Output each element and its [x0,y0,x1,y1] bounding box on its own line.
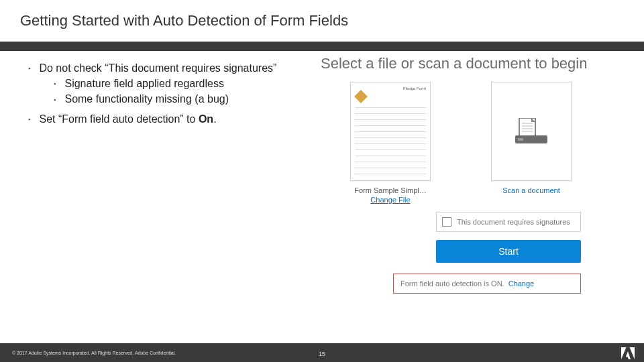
auto-detect-text: Form field auto detection is ON. [400,280,504,288]
doc-title: Pledge Form [355,86,426,90]
title-band: Getting Started with Auto Detection of F… [0,0,644,42]
bullet-2-suffix: . [213,113,216,125]
auto-detect-row: Form field auto detection is ON. Change [393,274,581,294]
svg-rect-6 [518,138,523,141]
slide-title: Getting Started with Auto Detection of F… [20,12,348,29]
separator-strip [0,42,644,51]
bullet-2-bold: On [199,113,213,125]
bullet-marker-icon: ▪ [28,64,36,73]
panel-heading: Select a file or scan a document to begi… [321,55,629,72]
scan-thumbnail [491,82,572,181]
bullet-1-2-text: Some functionality missing (a bug) [64,93,229,105]
signatures-checkbox-label: This document requires signatures [457,218,570,226]
footer-bar: © 2017 Adobe Systems Incorporated. All R… [0,343,644,362]
bullet-1-1: ▪ Signature field applied regardless [54,76,310,91]
bullet-list: ▪ Do not check “This document requires s… [28,60,310,131]
cards-row: Pledge Form Form Sample Simpl… Change Fi… [343,82,629,204]
file-card[interactable]: Pledge Form Form Sample Simpl… Change Fi… [343,82,437,204]
screenshot-panel: Select a file or scan a document to begi… [321,55,629,294]
content-area: ▪ Do not check “This document requires s… [0,51,644,343]
file-card-label: Form Sample Simpl… [354,186,427,194]
bullet-1-1-text: Signature field applied regardless [64,78,223,89]
bullet-marker-icon: ▪ [54,80,62,88]
scanner-icon [515,118,547,145]
bullet-marker-icon: ▪ [28,115,36,124]
file-thumbnail: Pledge Form [350,82,431,181]
bullet-2: ▪ Set “Form field auto detection” to On. [28,111,310,127]
scan-card[interactable]: Scan a document [484,82,578,204]
change-file-link[interactable]: Change File [370,196,410,204]
checkbox-icon[interactable] [442,217,451,227]
bullet-1: ▪ Do not check “This document requires s… [28,60,310,107]
bullet-2-prefix: Set “Form field auto detection” to [39,113,198,125]
scan-card-label: Scan a document [502,186,560,194]
bullet-1-2: ▪ Some functionality missing (a bug) [54,91,310,107]
signatures-checkbox-row[interactable]: This document requires signatures [436,212,581,232]
doc-badge-icon [354,90,368,103]
adobe-logo-icon [621,347,635,359]
start-button[interactable]: Start [436,240,581,263]
auto-detect-change-link[interactable]: Change [508,280,535,288]
bullet-marker-icon: ▪ [54,96,62,105]
page-number: 15 [319,351,325,357]
footer-copyright: © 2017 Adobe Systems Incorporated. All R… [12,351,176,355]
bullet-1-text: Do not check “This document requires sig… [39,62,276,74]
